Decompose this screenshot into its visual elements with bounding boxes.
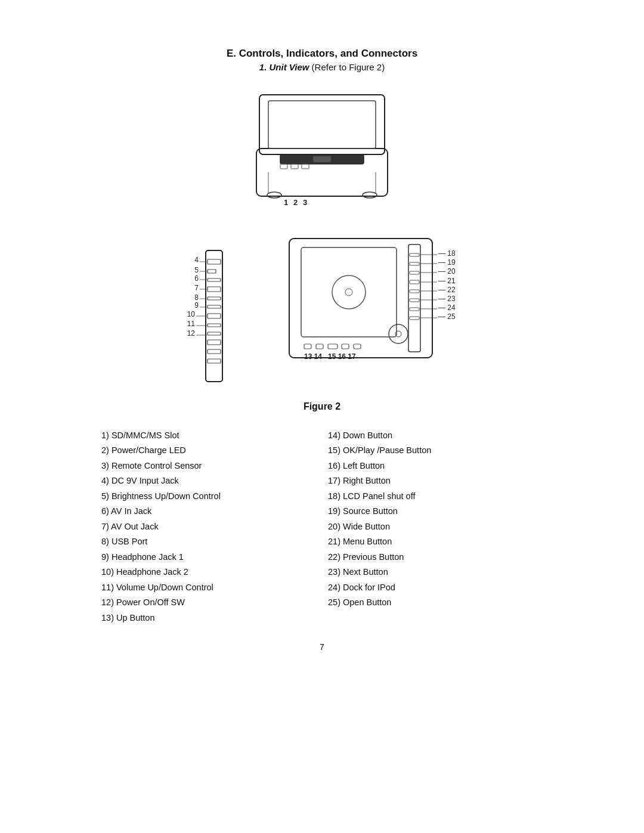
part-24: 24) Dock for IPod bbox=[328, 581, 543, 594]
svg-rect-1 bbox=[259, 95, 385, 154]
svg-rect-20 bbox=[208, 297, 221, 300]
part-20: 20) Wide Button bbox=[328, 520, 543, 533]
part-2: 2) Power/Charge LED bbox=[101, 444, 316, 457]
subtitle-bold: 1. Unit View bbox=[259, 62, 309, 72]
svg-rect-11 bbox=[302, 164, 309, 169]
part-3: 3) Remote Control Sensor bbox=[101, 459, 316, 472]
svg-rect-9 bbox=[280, 164, 287, 169]
top-device-diagram: 1 2 3 bbox=[221, 83, 423, 222]
svg-text:1: 1 bbox=[284, 198, 288, 207]
part-22: 22) Previous Button bbox=[328, 550, 543, 563]
svg-text:15 16 17: 15 16 17 bbox=[328, 352, 356, 361]
figure-container: 1 2 3 bbox=[101, 83, 543, 423]
svg-text:7: 7 bbox=[194, 284, 199, 292]
svg-rect-2 bbox=[268, 101, 376, 148]
part-9: 9) Headphone Jack 1 bbox=[101, 550, 316, 563]
svg-rect-65 bbox=[354, 344, 361, 349]
svg-rect-54 bbox=[410, 280, 419, 284]
parts-col-right: 14) Down Button 15) OK/Play /Pause Butto… bbox=[328, 429, 543, 624]
svg-rect-10 bbox=[291, 164, 298, 169]
part-13: 13) Up Button bbox=[101, 611, 316, 624]
svg-rect-4 bbox=[313, 156, 331, 162]
part-23: 23) Next Button bbox=[328, 565, 543, 578]
svg-text:4: 4 bbox=[194, 256, 199, 264]
part-5: 5) Brightness Up/Down Control bbox=[101, 490, 316, 503]
part-15: 15) OK/Play /Pause Button bbox=[328, 444, 543, 457]
section-title: E. Controls, Indicators, and Connectors bbox=[101, 48, 543, 60]
part-4: 4) DC 9V Input Jack bbox=[101, 474, 316, 487]
svg-text:10: 10 bbox=[187, 310, 196, 318]
part-21: 21) Menu Button bbox=[328, 535, 543, 548]
parts-col-left: 1) SD/MMC/MS Slot 2) Power/Charge LED 3)… bbox=[101, 429, 316, 624]
svg-text:— 23: — 23 bbox=[438, 295, 456, 303]
svg-text:— 25: — 25 bbox=[438, 312, 456, 321]
svg-rect-18 bbox=[208, 278, 221, 281]
svg-text:6: 6 bbox=[194, 274, 199, 283]
side-view-diagram: 4 5 6 7 8 9 10 11 12 bbox=[158, 239, 253, 395]
svg-rect-52 bbox=[410, 262, 419, 265]
svg-text:9: 9 bbox=[194, 301, 199, 309]
svg-rect-16 bbox=[208, 259, 221, 264]
part-8: 8) USB Port bbox=[101, 535, 316, 548]
part-10: 10) Headphone Jack 2 bbox=[101, 565, 316, 578]
part-18: 18) LCD Panel shut off bbox=[328, 490, 543, 503]
part-16: 16) Left Button bbox=[328, 459, 543, 472]
svg-rect-58 bbox=[410, 317, 419, 320]
svg-rect-22 bbox=[208, 314, 221, 318]
svg-text:5: 5 bbox=[194, 266, 199, 274]
part-11: 11) Volume Up/Down Control bbox=[101, 581, 316, 594]
svg-point-59 bbox=[389, 324, 408, 343]
svg-rect-19 bbox=[208, 287, 221, 292]
svg-rect-27 bbox=[208, 359, 221, 363]
part-12: 12) Power On/Off SW bbox=[101, 596, 316, 609]
svg-rect-62 bbox=[316, 344, 323, 349]
svg-text:— 18: — 18 bbox=[438, 249, 456, 258]
svg-rect-51 bbox=[410, 253, 419, 256]
svg-rect-64 bbox=[342, 344, 349, 349]
svg-point-49 bbox=[345, 289, 352, 296]
section-subtitle: 1. Unit View (Refer to Figure 2) bbox=[101, 62, 543, 72]
svg-rect-47 bbox=[301, 247, 397, 337]
part-25: 25) Open Button bbox=[328, 596, 543, 609]
svg-rect-57 bbox=[410, 308, 419, 311]
svg-text:12: 12 bbox=[187, 329, 196, 337]
figure-label: Figure 2 bbox=[304, 401, 340, 412]
part-6: 6) AV In Jack bbox=[101, 504, 316, 518]
svg-rect-23 bbox=[208, 324, 221, 327]
page-number: 7 bbox=[101, 642, 543, 652]
svg-rect-63 bbox=[328, 344, 338, 349]
svg-text:3: 3 bbox=[303, 198, 307, 207]
parts-list: 1) SD/MMC/MS Slot 2) Power/Charge LED 3)… bbox=[101, 429, 543, 624]
svg-point-8 bbox=[363, 192, 377, 198]
part-14: 14) Down Button bbox=[328, 429, 543, 442]
svg-text:2: 2 bbox=[293, 198, 298, 207]
svg-text:13 14: 13 14 bbox=[304, 352, 322, 361]
svg-text:— 22: — 22 bbox=[438, 286, 456, 294]
part-7: 7) AV Out Jack bbox=[101, 520, 316, 533]
subtitle-normal: (Refer to Figure 2) bbox=[309, 62, 385, 72]
back-view-diagram: 13 14 15 16 17 — 18 — 19 — 20 — 21 — 22 … bbox=[271, 227, 486, 395]
svg-rect-15 bbox=[206, 250, 222, 382]
part-17: 17) Right Button bbox=[328, 474, 543, 487]
svg-rect-61 bbox=[304, 344, 311, 349]
svg-rect-24 bbox=[208, 332, 221, 335]
svg-text:— 21: — 21 bbox=[438, 277, 456, 285]
svg-rect-56 bbox=[410, 299, 419, 302]
svg-rect-21 bbox=[208, 305, 221, 308]
svg-text:— 20: — 20 bbox=[438, 267, 456, 275]
svg-text:— 24: — 24 bbox=[438, 304, 456, 312]
svg-point-7 bbox=[267, 192, 281, 198]
svg-rect-17 bbox=[208, 270, 216, 273]
svg-rect-50 bbox=[408, 244, 420, 352]
svg-text:11: 11 bbox=[187, 320, 196, 328]
part-19: 19) Source Button bbox=[328, 504, 543, 518]
svg-text:— 19: — 19 bbox=[438, 258, 456, 267]
svg-text:8: 8 bbox=[194, 293, 199, 302]
svg-rect-26 bbox=[208, 349, 221, 354]
bottom-row-diagrams: 4 5 6 7 8 9 10 11 12 bbox=[158, 227, 486, 395]
svg-rect-53 bbox=[410, 271, 419, 274]
svg-rect-25 bbox=[208, 340, 221, 345]
svg-rect-55 bbox=[410, 290, 419, 293]
svg-point-48 bbox=[332, 275, 366, 309]
part-1: 1) SD/MMC/MS Slot bbox=[101, 429, 316, 442]
